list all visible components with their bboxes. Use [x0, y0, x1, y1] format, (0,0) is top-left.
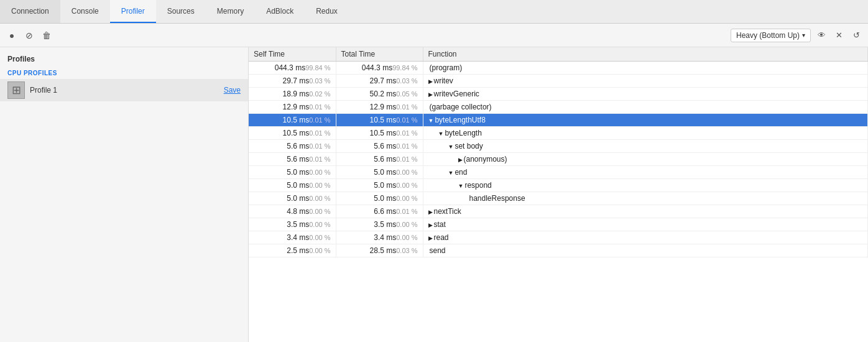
tree-arrow-icon: ▼	[438, 131, 444, 137]
self-time-cell: 5.6 ms0.01 %	[249, 153, 336, 166]
function-name-cell: ▼byteLengthUtf8	[423, 114, 868, 127]
self-time-cell: 5.0 ms0.00 %	[249, 179, 336, 192]
tab-memory[interactable]: Memory	[206, 0, 255, 23]
function-name-cell: send	[423, 244, 868, 257]
table-area: Self Time Total Time Function 044.3 ms99…	[249, 47, 868, 342]
function-name-cell: (program)	[423, 62, 868, 75]
tree-arrow-icon: ▶	[458, 157, 463, 163]
col-self-time: Self Time	[249, 47, 336, 62]
function-name-cell: ▶(anonymous)	[423, 153, 868, 166]
table-header-row: Self Time Total Time Function	[249, 47, 868, 62]
total-time-cell: 6.6 ms0.01 %	[336, 205, 423, 218]
sidebar: Profiles CPU PROFILES ⊞ Profile 1 Save	[0, 47, 249, 342]
tab-profiler[interactable]: Profiler	[110, 0, 156, 23]
clear-button[interactable]: 🗑	[40, 29, 53, 42]
tree-arrow-icon: ▼	[428, 118, 434, 124]
self-time-cell: 3.4 ms0.00 %	[249, 231, 336, 244]
table-row[interactable]: 12.9 ms0.01 % 12.9 ms0.01 % (garbage col…	[249, 101, 868, 114]
profiler-table: Self Time Total Time Function 044.3 ms99…	[249, 47, 868, 257]
function-name-cell: ▼set body	[423, 140, 868, 153]
function-name-cell: ▶read	[423, 231, 868, 244]
table-row[interactable]: 18.9 ms0.02 % 50.2 ms0.05 % ▶writevGener…	[249, 88, 868, 101]
tree-arrow-icon: ▶	[428, 78, 433, 85]
table-row[interactable]: 5.0 ms0.00 % 5.0 ms0.00 % ▼respond	[249, 179, 868, 192]
function-name-cell: ▼respond	[423, 179, 868, 192]
total-time-cell: 5.0 ms0.00 %	[336, 192, 423, 205]
self-time-cell: 5.0 ms0.00 %	[249, 192, 336, 205]
view-dropdown[interactable]: Heavy (Bottom Up) ▾	[731, 29, 811, 42]
tree-arrow-icon: ▼	[448, 170, 454, 176]
self-time-cell: 29.7 ms0.03 %	[249, 75, 336, 88]
view-dropdown-label: Heavy (Bottom Up)	[736, 31, 800, 40]
self-time-cell: 10.5 ms0.01 %	[249, 127, 336, 140]
table-row[interactable]: 10.5 ms0.01 % 10.5 ms0.01 % ▼byteLength	[249, 127, 868, 140]
table-row[interactable]: 5.0 ms0.00 % 5.0 ms0.00 % ▼end	[249, 166, 868, 179]
table-row[interactable]: 4.8 ms0.00 % 6.6 ms0.01 % ▶nextTick	[249, 205, 868, 218]
tab-bar: ConnectionConsoleProfilerSourcesMemoryAd…	[0, 0, 868, 24]
self-time-cell: 12.9 ms0.01 %	[249, 101, 336, 114]
function-name-cell: handleResponse	[423, 192, 868, 205]
profile-icon: ⊞	[7, 81, 25, 99]
col-function: Function	[423, 47, 868, 62]
function-name-cell: ▶writev	[423, 75, 868, 88]
tree-arrow-icon: ▶	[428, 91, 433, 98]
total-time-cell: 5.6 ms0.01 %	[336, 140, 423, 153]
function-name-cell: ▼byteLength	[423, 127, 868, 140]
total-time-cell: 29.7 ms0.03 %	[336, 75, 423, 88]
toolbar: ● ⊘ 🗑 Heavy (Bottom Up) ▾ 👁 ✕ ↺	[0, 24, 868, 47]
function-name-cell: (garbage collector)	[423, 101, 868, 114]
col-total-time: Total Time	[336, 47, 423, 62]
self-time-cell: 5.6 ms0.01 %	[249, 140, 336, 153]
table-row[interactable]: 5.6 ms0.01 % 5.6 ms0.01 % ▶(anonymous)	[249, 153, 868, 166]
main-layout: Profiles CPU PROFILES ⊞ Profile 1 Save S…	[0, 47, 868, 342]
stop-button[interactable]: ⊘	[22, 29, 36, 42]
profile-name: Profile 1	[30, 86, 219, 95]
close-button[interactable]: ✕	[832, 29, 846, 42]
tab-adblock[interactable]: AdBlock	[255, 0, 305, 23]
profile-item[interactable]: ⊞ Profile 1 Save	[0, 79, 248, 101]
table-row[interactable]: 044.3 ms99.84 % 044.3 ms99.84 % (program…	[249, 62, 868, 75]
tree-arrow-icon: ▶	[428, 235, 433, 241]
total-time-cell: 5.6 ms0.01 %	[336, 153, 423, 166]
table-row[interactable]: 3.5 ms0.00 % 3.5 ms0.00 % ▶stat	[249, 218, 868, 231]
tab-connection[interactable]: Connection	[0, 0, 60, 23]
table-row[interactable]: 3.4 ms0.00 % 3.4 ms0.00 % ▶read	[249, 231, 868, 244]
total-time-cell: 3.5 ms0.00 %	[336, 218, 423, 231]
tab-redux[interactable]: Redux	[305, 0, 349, 23]
record-button[interactable]: ●	[5, 29, 19, 42]
self-time-cell: 10.5 ms0.01 %	[249, 114, 336, 127]
self-time-cell: 18.9 ms0.02 %	[249, 88, 336, 101]
total-time-cell: 50.2 ms0.05 %	[336, 88, 423, 101]
table-row[interactable]: 29.7 ms0.03 % 29.7 ms0.03 % ▶writev	[249, 75, 868, 88]
save-button[interactable]: Save	[224, 86, 241, 95]
tree-arrow-icon: ▼	[448, 144, 454, 150]
reload-button[interactable]: ↺	[849, 29, 863, 42]
self-time-cell: 2.5 ms0.00 %	[249, 244, 336, 257]
tree-arrow-icon: ▶	[428, 209, 433, 215]
total-time-cell: 5.0 ms0.00 %	[336, 179, 423, 192]
tree-arrow-icon: ▼	[458, 183, 464, 189]
function-name-cell: ▶nextTick	[423, 205, 868, 218]
function-name-cell: ▶writevGeneric	[423, 88, 868, 101]
table-row[interactable]: 5.6 ms0.01 % 5.6 ms0.01 % ▼set body	[249, 140, 868, 153]
tab-console[interactable]: Console	[60, 0, 110, 23]
total-time-cell: 10.5 ms0.01 %	[336, 114, 423, 127]
total-time-cell: 12.9 ms0.01 %	[336, 101, 423, 114]
self-time-cell: 3.5 ms0.00 %	[249, 218, 336, 231]
self-time-cell: 4.8 ms0.00 %	[249, 205, 336, 218]
total-time-cell: 28.5 ms0.03 %	[336, 244, 423, 257]
table-row[interactable]: 2.5 ms0.00 % 28.5 ms0.03 % send	[249, 244, 868, 257]
function-name-cell: ▼end	[423, 166, 868, 179]
total-time-cell: 10.5 ms0.01 %	[336, 127, 423, 140]
table-row[interactable]: 10.5 ms0.01 % 10.5 ms0.01 % ▼byteLengthU…	[249, 114, 868, 127]
total-time-cell: 044.3 ms99.84 %	[336, 62, 423, 75]
self-time-cell: 5.0 ms0.00 %	[249, 166, 336, 179]
sidebar-title: Profiles	[0, 52, 248, 67]
chevron-down-icon: ▾	[802, 32, 805, 39]
eye-button[interactable]: 👁	[815, 29, 828, 42]
table-row[interactable]: 5.0 ms0.00 % 5.0 ms0.00 % handleResponse	[249, 192, 868, 205]
total-time-cell: 5.0 ms0.00 %	[336, 166, 423, 179]
tab-sources[interactable]: Sources	[156, 0, 206, 23]
cpu-profiles-section: CPU PROFILES	[0, 67, 248, 79]
function-name-cell: ▶stat	[423, 218, 868, 231]
